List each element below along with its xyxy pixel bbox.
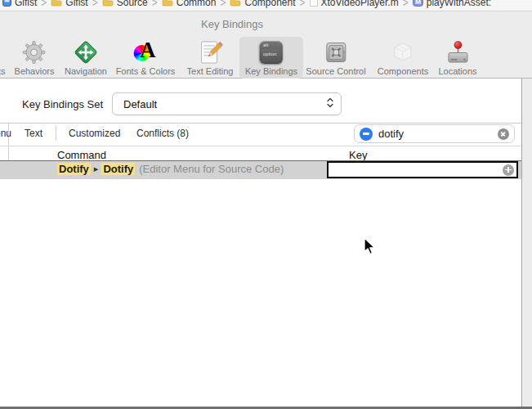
text-editing-icon	[196, 38, 224, 65]
background-window-strip	[521, 79, 532, 407]
toolbar-item-navigation[interactable]: Navigation	[59, 37, 113, 79]
search-match-text: Dotify	[101, 163, 135, 175]
submenu-arrow: ▸	[94, 164, 99, 174]
breadcrumb-item-file[interactable]: XtoVideoPlayer.m	[310, 0, 399, 10]
toolbar-item-components[interactable]: Components	[372, 37, 434, 79]
toolbar-item-key-bindings[interactable]: altoption Key Bindings	[239, 37, 303, 79]
breadcrumb-separator: >	[152, 0, 158, 10]
command-context: (Editor Menu for Source Code)	[139, 163, 284, 175]
toolbar-item-behaviors[interactable]: Behaviors	[9, 37, 60, 79]
safe-icon	[322, 38, 350, 65]
scope-item-text[interactable]: Text	[25, 128, 42, 139]
file-icon	[310, 0, 318, 10]
add-binding-icon[interactable]	[503, 164, 514, 176]
folder-icon	[102, 0, 114, 10]
scope-item-customized[interactable]: Customized	[69, 128, 120, 139]
column-header-command[interactable]: Command	[57, 149, 106, 161]
toolbar-item-locations[interactable]: Locations	[432, 37, 482, 79]
screen: Gifist > Gifist > Source > Co	[0, 0, 532, 409]
command-cell: Dotify ▸ Dotify (Editor Menu for Source …	[57, 163, 284, 175]
popup-selected-value: Default	[123, 98, 326, 110]
accounts-icon	[0, 38, 1, 65]
search-input[interactable]: dotify	[354, 124, 515, 143]
breadcrumb-item-folder[interactable]: Common	[162, 0, 217, 10]
breadcrumb-separator: >	[220, 0, 226, 10]
search-match-text: Dotify	[57, 163, 91, 175]
hard-drive-pin-icon	[444, 38, 472, 65]
search-value: dotify	[378, 128, 492, 140]
column-header-key[interactable]: Key	[349, 149, 367, 161]
scope-separator	[56, 126, 56, 141]
breadcrumb-separator: >	[41, 0, 47, 10]
mouse-cursor	[363, 237, 377, 256]
svg-text:M: M	[415, 0, 421, 6]
option-key-icon: altoption	[257, 38, 285, 65]
scope-item-conflicts[interactable]: Conflicts (8)	[136, 128, 189, 139]
window-title: Key Bindings	[201, 18, 263, 30]
key-bindings-set-popup[interactable]: Default	[112, 92, 342, 115]
popup-chevrons-icon	[326, 97, 334, 112]
gear-icon	[20, 38, 48, 65]
toolbar-item-text-editing[interactable]: Text Editing	[181, 37, 239, 79]
folder-icon	[162, 0, 173, 10]
key-bindings-set-label: Key Bindings Set	[22, 98, 103, 110]
breadcrumb-item-folder[interactable]: Gifist	[51, 0, 87, 10]
toolbar-item-source-control[interactable]: Source Control	[300, 37, 371, 79]
project-icon	[2, 0, 11, 10]
key-binding-input[interactable]	[327, 161, 518, 178]
preferences-titlebar: Key Bindings	[0, 11, 532, 36]
divider	[0, 123, 521, 124]
breadcrumb-separator: >	[300, 0, 306, 10]
navigation-diamond-icon	[72, 38, 100, 65]
folder-icon	[230, 0, 241, 10]
preferences-toolbar: Accounts	[0, 36, 532, 79]
breadcrumb-separator: >	[92, 0, 98, 10]
scope-item-menu[interactable]: Menu	[0, 128, 11, 139]
breadcrumb-separator: >	[403, 0, 409, 10]
method-icon: M	[413, 0, 423, 10]
breadcrumb-item-folder[interactable]: Component	[230, 0, 295, 10]
folder-icon	[51, 0, 62, 10]
clear-search-icon[interactable]	[498, 128, 509, 140]
divider	[0, 146, 521, 146]
toolbar-item-fonts-colors[interactable]: A Fonts & Colors	[110, 37, 181, 79]
components-box-icon	[389, 38, 417, 65]
breadcrumb-item-method[interactable]: M playWithAsset:	[413, 0, 491, 10]
breadcrumb-item-project[interactable]: Gifist	[2, 0, 37, 10]
breadcrumb: Gifist > Gifist > Source > Co	[0, 0, 532, 11]
search-scope-icon[interactable]	[360, 128, 373, 141]
breadcrumb-item-folder[interactable]: Source	[102, 0, 148, 10]
fonts-colors-icon: A	[132, 38, 159, 65]
